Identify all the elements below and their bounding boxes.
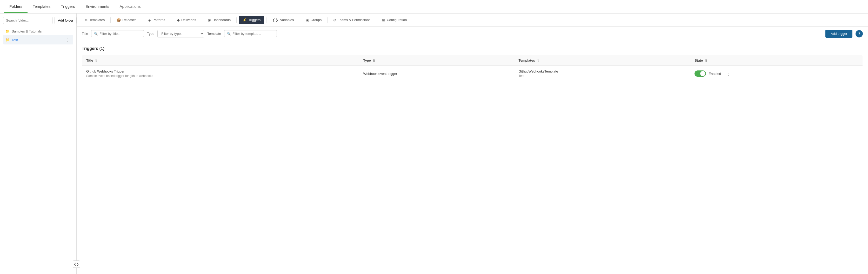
sub-nav-variables-label: Variables <box>280 18 294 22</box>
releases-icon: 📦 <box>116 18 121 22</box>
groups-icon: ▣ <box>306 18 309 22</box>
sub-nav-configuration[interactable]: ⊞ Configuration <box>378 16 410 24</box>
col-templates[interactable]: Templates ⇅ <box>515 55 691 66</box>
template-filter-input[interactable] <box>232 32 274 36</box>
sub-nav-teams-label: Teams & Permissions <box>338 18 370 22</box>
table-header-row: Title ⇅ Type ⇅ Templates ⇅ State <box>82 55 863 66</box>
title-filter-input[interactable] <box>99 32 141 36</box>
configuration-icon: ⊞ <box>382 18 385 22</box>
add-trigger-button[interactable]: Add trigger <box>826 30 852 38</box>
help-button[interactable]: ? <box>856 30 863 37</box>
sub-nav-separator-7 <box>300 18 300 23</box>
sub-nav-templates[interactable]: ⚙ Templates <box>81 16 108 24</box>
deliveries-icon: ◆ <box>177 18 180 22</box>
trigger-subtitle: Sample event based trigger for github we… <box>86 74 355 78</box>
state-label: Enabled <box>709 72 721 76</box>
trigger-title: Github Webhooks Trigger <box>86 70 355 73</box>
table-row: Github Webhooks Trigger Sample event bas… <box>82 66 863 82</box>
col-templates-label: Templates <box>519 58 535 62</box>
sub-nav-separator-3 <box>171 18 171 23</box>
table-area: Triggers (1) Title ⇅ Type ⇅ Templates <box>76 41 868 274</box>
col-state-label: State <box>694 58 703 62</box>
trigger-type: Webhook event trigger <box>363 72 397 76</box>
sort-icon-templates: ⇅ <box>537 59 539 62</box>
sub-nav-templates-label: Templates <box>89 18 105 22</box>
cell-title: Github Webhooks Trigger Sample event bas… <box>82 66 359 82</box>
sub-nav-releases-label: Releases <box>122 18 136 22</box>
sub-nav-separator-6 <box>266 18 267 23</box>
sub-nav-groups[interactable]: ▣ Groups <box>302 16 326 24</box>
sub-nav-patterns-label: Patterns <box>152 18 165 22</box>
sub-nav-separator-5 <box>236 18 237 23</box>
sort-icon-state: ⇅ <box>705 59 707 62</box>
row-menu-button[interactable]: ⋮ <box>723 70 733 78</box>
collapse-sidebar-button[interactable]: ❮❯ <box>73 261 80 268</box>
sub-nav-separator-4 <box>202 18 202 23</box>
tab-templates[interactable]: Templates <box>28 1 56 13</box>
top-nav: Folders Templates Triggers Environments … <box>0 0 868 13</box>
chevron-left-right-icon: ❮❯ <box>74 262 79 266</box>
sub-nav-deliveries[interactable]: ◆ Deliveries <box>173 16 200 24</box>
sub-nav-configuration-label: Configuration <box>387 18 407 22</box>
patterns-icon: ◈ <box>148 18 151 22</box>
sidebar-item-test[interactable]: 📁 Test ⋮ <box>3 35 73 45</box>
filter-row: Title 🔍 Type Filter by type... Template … <box>76 27 868 41</box>
sidebar-search-row: Add folder <box>3 17 73 24</box>
search-icon-2: 🔍 <box>227 32 231 36</box>
cell-templates: GithubWebhooksTemplate Test <box>515 66 691 82</box>
search-icon: 🔍 <box>94 32 98 36</box>
sort-icon-type: ⇅ <box>373 59 375 62</box>
state-toggle[interactable] <box>694 71 706 77</box>
sub-nav-dashboards-label: Dashboards <box>213 18 230 22</box>
sub-nav-teams-permissions[interactable]: ⊙ Teams & Permissions <box>330 16 374 24</box>
template-folder: Test <box>519 74 686 78</box>
triggers-table: Title ⇅ Type ⇅ Templates ⇅ State <box>82 55 863 82</box>
col-type-label: Type <box>363 58 371 62</box>
main-layout: Add folder 📁 Samples & Tutorials 📁 Test … <box>0 13 868 274</box>
template-filter-wrap: 🔍 <box>224 30 277 37</box>
folder-icon: 📁 <box>5 29 10 33</box>
type-filter-label: Type <box>147 32 154 36</box>
tab-applications[interactable]: Applications <box>115 1 146 13</box>
sub-nav-separator-8 <box>327 18 328 23</box>
tab-folders[interactable]: Folders <box>4 1 28 13</box>
sub-nav-separator-9 <box>376 18 376 23</box>
add-folder-button[interactable]: Add folder <box>55 17 76 24</box>
search-folder-input[interactable] <box>3 17 53 24</box>
sidebar-item-menu-icon[interactable]: ⋮ <box>64 37 71 43</box>
sub-nav-dashboards[interactable]: ◉ Dashboards <box>204 16 234 24</box>
sidebar-item-label: Test <box>12 38 64 42</box>
template-filter-label: Template <box>207 32 221 36</box>
tab-triggers[interactable]: Triggers <box>56 1 80 13</box>
col-title[interactable]: Title ⇅ <box>82 55 359 66</box>
tab-environments[interactable]: Environments <box>80 1 115 13</box>
cell-type: Webhook event trigger <box>359 66 514 82</box>
col-type[interactable]: Type ⇅ <box>359 55 514 66</box>
title-filter-label: Title <box>82 32 88 36</box>
table-title: Triggers (1) <box>82 46 863 51</box>
variables-icon: ❮❯ <box>272 18 278 22</box>
templates-icon: ⚙ <box>85 18 88 22</box>
triggers-icon: ⚡ <box>242 18 247 22</box>
sub-nav-triggers[interactable]: ⚡ Triggers <box>239 16 264 24</box>
sidebar: Add folder 📁 Samples & Tutorials 📁 Test … <box>0 13 76 274</box>
teams-icon: ⊙ <box>333 18 336 22</box>
title-filter-wrap: 🔍 <box>91 30 144 37</box>
type-filter-select[interactable]: Filter by type... <box>157 30 204 37</box>
sub-nav-triggers-label: Triggers <box>248 18 260 22</box>
dashboards-icon: ◉ <box>208 18 211 22</box>
sub-nav-variables[interactable]: ❮❯ Variables <box>269 16 298 24</box>
folder-icon: 📁 <box>5 38 10 42</box>
sub-nav-groups-label: Groups <box>311 18 322 22</box>
sub-nav-patterns[interactable]: ◈ Patterns <box>145 16 168 24</box>
content-area: ⚙ Templates 📦 Releases ◈ Patterns ◆ Deli… <box>76 13 868 274</box>
sidebar-item-samples[interactable]: 📁 Samples & Tutorials <box>3 27 73 35</box>
sidebar-item-label: Samples & Tutorials <box>12 29 71 33</box>
col-state[interactable]: State ⇅ <box>690 55 863 66</box>
template-name: GithubWebhooksTemplate <box>519 70 686 73</box>
cell-state: Enabled ⋮ <box>690 66 863 82</box>
sub-nav-releases[interactable]: 📦 Releases <box>113 16 140 24</box>
sub-nav-deliveries-label: Deliveries <box>181 18 196 22</box>
sort-icon-title: ⇅ <box>95 59 97 62</box>
col-title-label: Title <box>86 58 93 62</box>
